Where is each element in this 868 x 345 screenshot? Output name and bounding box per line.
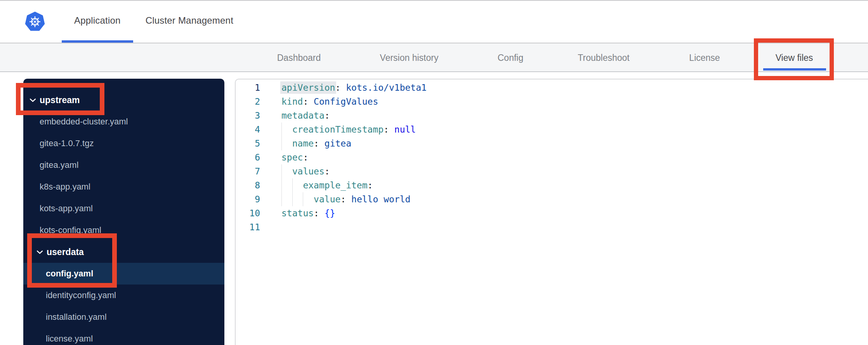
code-line-11[interactable]: 11 (236, 220, 868, 234)
tree-item-installation-yaml[interactable]: installation.yaml (23, 306, 224, 328)
line-number: 10 (238, 206, 260, 220)
tree-item-label: kots-config.yaml (40, 225, 101, 235)
code-text: kind: ConfigValues (281, 95, 378, 109)
tree-item-label: kots-app.yaml (40, 204, 93, 214)
tree-item-userdata[interactable]: userdata (23, 241, 224, 263)
tab-version-history[interactable]: Version history (380, 43, 439, 71)
chevron-down-icon (30, 98, 36, 102)
app-header: Application Cluster Management (0, 1, 868, 43)
tree-item-label: gitea.yaml (40, 160, 78, 170)
tree-item-license-yaml[interactable]: license.yaml (23, 328, 224, 345)
line-number: 3 (238, 109, 260, 122)
active-tab-underline (763, 68, 826, 71)
tree-item-gitea-yaml[interactable]: gitea.yaml (23, 154, 224, 176)
tab-cluster-management[interactable]: Cluster Management (133, 1, 246, 43)
tree-item-label: config.yaml (46, 269, 93, 279)
code-line-7[interactable]: 7 values: (236, 164, 868, 178)
tree-item-config-yaml[interactable]: config.yaml (23, 263, 224, 285)
code-line-10[interactable]: 10status: {} (236, 206, 868, 220)
kots-admin-console: Application Cluster Management Dashboard… (0, 0, 868, 345)
tree-item-label: userdata (47, 247, 84, 257)
tree-item-upstream[interactable]: upstream (23, 89, 224, 111)
code-line-3[interactable]: 3metadata: (236, 109, 868, 122)
line-number: 4 (238, 122, 260, 136)
file-tree-sidebar: upstreamembedded-cluster.yamlgitea-1.0.7… (23, 79, 224, 345)
line-number: 1 (238, 81, 260, 95)
tree-item-label: gitea-1.0.7.tgz (40, 138, 94, 148)
chevron-down-icon (36, 250, 43, 254)
tab-config[interactable]: Config (498, 43, 523, 71)
code-line-5[interactable]: 5 name: gitea (236, 136, 868, 150)
line-number: 8 (238, 178, 260, 192)
code-line-2[interactable]: 2kind: ConfigValues (236, 95, 868, 109)
kubernetes-logo-icon (25, 12, 45, 32)
tree-item-label: upstream (40, 95, 80, 105)
code-text: creationTimestamp: null (281, 122, 416, 136)
tab-view-files[interactable]: View files (776, 43, 813, 71)
tab-dashboard[interactable]: Dashboard (277, 43, 321, 71)
tree-item-k8s-app-yaml[interactable]: k8s-app.yaml (23, 176, 224, 198)
line-number: 7 (238, 164, 260, 178)
code-line-4[interactable]: 4 creationTimestamp: null (236, 122, 868, 136)
tree-item-gitea-1-0-7-tgz[interactable]: gitea-1.0.7.tgz (23, 133, 224, 154)
code-line-8[interactable]: 8 example_item: (236, 178, 868, 192)
tree-item-kots-config-yaml[interactable]: kots-config.yaml (23, 219, 224, 241)
tree-item-kots-app-yaml[interactable]: kots-app.yaml (23, 198, 224, 219)
code-text: status: {} (281, 206, 335, 220)
tab-license[interactable]: License (689, 43, 720, 71)
code-line-1[interactable]: 1apiVersion: kots.io/v1beta1 (236, 81, 868, 95)
tree-item-label: k8s-app.yaml (40, 182, 90, 192)
tree-item-label: embedded-cluster.yaml (40, 117, 128, 127)
code-text: values: (281, 164, 330, 178)
tree-item-label: license.yaml (46, 334, 93, 344)
tree-item-identityconfig-yaml[interactable]: identityconfig.yaml (23, 285, 224, 306)
line-number: 6 (238, 150, 260, 164)
tree-item-embedded-cluster-yaml[interactable]: embedded-cluster.yaml (23, 111, 224, 133)
code-text: example_item: (281, 178, 373, 192)
tab-troubleshoot[interactable]: Troubleshoot (578, 43, 629, 71)
app-navbar: Dashboard Version history Config Trouble… (0, 43, 868, 72)
app-tabs: Application Cluster Management (62, 1, 246, 43)
yaml-editor[interactable]: 1apiVersion: kots.io/v1beta12kind: Confi… (235, 79, 868, 345)
code-line-6[interactable]: 6spec: (236, 150, 868, 164)
code-text: name: gitea (281, 136, 351, 150)
line-number: 9 (238, 192, 260, 206)
code-text: value: hello world (281, 192, 410, 206)
tree-item-label: installation.yaml (46, 312, 107, 322)
code-text: spec: (281, 150, 308, 164)
tab-application[interactable]: Application (62, 1, 133, 43)
line-number: 2 (238, 95, 260, 109)
line-number: 5 (238, 136, 260, 150)
line-number: 11 (238, 220, 260, 234)
editor-lines: 1apiVersion: kots.io/v1beta12kind: Confi… (236, 81, 868, 234)
code-text: metadata: (281, 109, 330, 122)
tree-item-label: identityconfig.yaml (46, 290, 116, 300)
code-text: apiVersion: kots.io/v1beta1 (281, 81, 427, 95)
code-line-9[interactable]: 9 value: hello world (236, 192, 868, 206)
